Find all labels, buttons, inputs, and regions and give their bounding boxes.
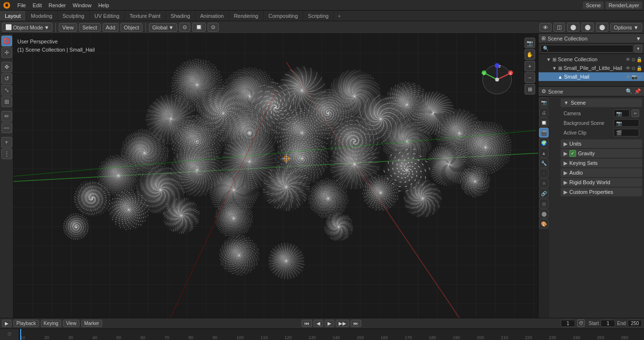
scene-collection-restrict[interactable]: 🔒 <box>636 57 642 62</box>
menu-edit[interactable]: Edit <box>30 1 45 9</box>
select-tool-btn[interactable]: ⭕ <box>1 36 12 46</box>
menu-window[interactable]: Window <box>70 1 94 9</box>
props-tab-world[interactable]: 🌍 <box>539 138 549 148</box>
current-frame-input[interactable] <box>561 320 575 327</box>
transform-pivot[interactable]: ⊙ <box>179 23 190 32</box>
outliner-filter-btn[interactable]: ▼ <box>634 45 642 53</box>
menu-help[interactable]: Help <box>95 1 112 9</box>
scene-section-header[interactable]: ▼ Scene <box>561 98 642 107</box>
properties-pin-icon[interactable]: 📌 <box>634 88 641 95</box>
camera-perspective-btn[interactable]: 📷 <box>525 38 535 48</box>
pile-visibility[interactable]: 👁 <box>626 66 631 71</box>
options-btn[interactable]: Options ▼ <box>610 23 642 32</box>
tab-rendering[interactable]: Rendering <box>229 11 263 21</box>
gravity-section-header[interactable]: ▶ ✓ Gravity <box>561 149 642 158</box>
tab-layout[interactable]: Layout <box>0 11 26 21</box>
view-menu[interactable]: View <box>59 23 77 32</box>
local-view-btn[interactable]: ⊞ <box>525 84 535 95</box>
pile-select[interactable]: ⊙ <box>631 66 635 71</box>
scene-collection-visibility[interactable]: 👁 <box>626 57 631 62</box>
viewport-gizmo[interactable]: X Y Z <box>480 63 514 96</box>
play-btn[interactable]: ▶ <box>325 320 334 327</box>
transform-selector[interactable]: Global ▼ <box>149 23 177 32</box>
props-tab-output[interactable]: 🖨 <box>539 108 549 117</box>
audio-section-header[interactable]: ▶ Audio <box>561 168 642 177</box>
props-tab-constraints[interactable]: 🔗 <box>539 189 549 198</box>
props-tab-material[interactable]: ⬤ <box>539 209 549 218</box>
scene-collection-select[interactable]: ⊙ <box>631 57 635 62</box>
zoom-in-btn[interactable]: + <box>525 61 535 71</box>
menu-file[interactable]: File <box>14 1 29 9</box>
props-tab-view[interactable]: 🔲 <box>539 118 549 127</box>
zoom-out-btn[interactable]: − <box>525 72 535 83</box>
outliner-filter-icon[interactable]: ▼ <box>636 36 641 41</box>
proportional-edit-btn[interactable]: ⊙ <box>208 23 219 32</box>
tab-modeling[interactable]: Modeling <box>26 11 58 21</box>
outliner-scene-collection[interactable]: ▼ ⊞ Scene Collection 👁 ⊙ 🔒 <box>539 55 644 64</box>
object-menu[interactable]: Object <box>120 23 143 32</box>
prev-frame-btn[interactable]: ◀ <box>314 320 323 327</box>
extra-tools-btn[interactable]: ⋮ <box>1 149 12 159</box>
hail-visibility[interactable]: 👁 <box>626 74 631 80</box>
props-tab-particles[interactable]: · <box>539 168 549 178</box>
tab-compositing[interactable]: Compositing <box>263 11 303 21</box>
viewport-shading-material[interactable]: ⬤ <box>581 23 594 32</box>
overlay-btn[interactable]: 👁 <box>539 23 552 32</box>
marker-menu[interactable]: Marker <box>81 320 102 327</box>
snap-btn[interactable]: 🔲 <box>192 23 206 32</box>
pan-btn[interactable]: ✋ <box>525 49 535 60</box>
viewport-shading-solid[interactable]: ⬤ <box>567 23 579 32</box>
end-frame-input[interactable] <box>628 320 642 327</box>
bg-scene-value[interactable]: 📷 <box>614 119 639 127</box>
props-tab-scene[interactable]: 🎬 <box>539 128 549 137</box>
xray-btn[interactable]: ◫ <box>553 23 565 32</box>
props-tab-physics[interactable]: ⚛ <box>539 178 549 188</box>
scale-tool-btn[interactable]: ⤡ <box>1 85 12 95</box>
timeline-ruler[interactable]: ⏱ 10203040506070809010011012013014015016… <box>0 329 644 340</box>
time-clock-btn[interactable]: ⏱ <box>577 319 585 327</box>
jump-start-btn[interactable]: ⏮ <box>302 320 312 327</box>
tab-sculpting[interactable]: Sculpting <box>58 11 90 21</box>
keying-sets-header[interactable]: ▶ Keying Sets <box>561 159 642 167</box>
tab-shading[interactable]: Shading <box>166 11 195 21</box>
hail-camera-icon[interactable]: 📷 <box>631 74 637 80</box>
viewport-3d[interactable]: User Perspective (1) Scene Collection | … <box>13 34 538 318</box>
scene-selector[interactable]: Scene <box>583 1 604 9</box>
frame-indicator[interactable]: ▶ <box>2 320 12 327</box>
tab-texture-paint[interactable]: Texture Paint <box>125 11 166 21</box>
camera-edit-btn[interactable]: ✏ <box>631 109 639 117</box>
pile-restrict[interactable]: 🔒 <box>636 66 642 71</box>
props-tab-modifier[interactable]: 🔧 <box>539 158 549 168</box>
props-tab-shader[interactable]: 🎨 <box>539 219 549 229</box>
menu-render[interactable]: Render <box>46 1 69 9</box>
tab-uv-editing[interactable]: UV Editing <box>90 11 125 21</box>
start-frame-input[interactable] <box>601 320 615 327</box>
outliner-hail-obj[interactable]: ▲ Small_Hail 👁 📷 ⊙ <box>539 72 644 81</box>
mode-selector[interactable]: ⬜ Object Mode ▼ <box>2 23 53 32</box>
rigid-body-header[interactable]: ▶ Rigid Body World <box>561 178 642 187</box>
render-layer-selector[interactable]: RenderLayer <box>605 1 642 9</box>
outliner-pile-obj[interactable]: ▼ ⊞ Small_Pile_of_Little_Hail 👁 ⊙ 🔒 <box>539 64 644 72</box>
select-menu[interactable]: Select <box>79 23 101 32</box>
cursor-tool-btn[interactable]: ✛ <box>1 47 12 58</box>
hail-render[interactable]: ⊙ <box>638 74 642 80</box>
add-menu[interactable]: Add <box>103 23 119 32</box>
props-tab-object[interactable]: ▲ <box>539 148 549 158</box>
add-workspace-button[interactable]: + <box>334 12 344 20</box>
add-primitive-btn[interactable]: + <box>1 137 12 148</box>
outliner-search[interactable] <box>540 45 633 53</box>
props-tab-data[interactable]: ◎ <box>539 199 549 208</box>
jump-end-btn[interactable]: ⏭ <box>351 320 361 327</box>
camera-value[interactable]: 📷 <box>614 109 630 117</box>
rotate-tool-btn[interactable]: ↺ <box>1 73 12 84</box>
props-tab-render[interactable]: 📷 <box>539 97 549 107</box>
active-clip-value[interactable]: 🎬 <box>614 129 639 136</box>
viewport-shading-render[interactable]: ⬤ <box>596 23 608 32</box>
annotate-tool-btn[interactable]: ✏ <box>1 111 12 122</box>
units-section-header[interactable]: ▶ Units <box>561 139 642 148</box>
measure-tool-btn[interactable]: — <box>1 122 12 133</box>
gravity-checkbox[interactable]: ✓ <box>569 150 576 157</box>
transform-tool-btn[interactable]: ⊞ <box>1 96 12 107</box>
move-tool-btn[interactable]: ✥ <box>1 62 12 72</box>
view-menu-timeline[interactable]: View <box>63 320 79 327</box>
